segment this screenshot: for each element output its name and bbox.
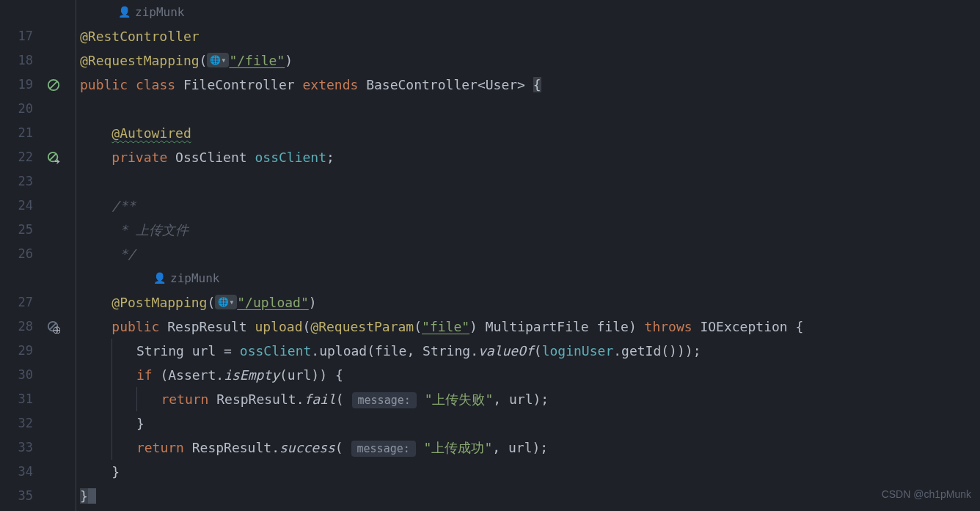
line-number[interactable]: 33 xyxy=(0,435,33,460)
annotation: @RequestMapping xyxy=(80,53,200,68)
author-inlay[interactable]: 👤zipMunk xyxy=(153,266,219,290)
person-icon: 👤 xyxy=(118,0,131,24)
svg-line-1 xyxy=(50,81,58,89)
code-line[interactable]: @PostMapping(🌐▾"/upload") xyxy=(80,290,980,315)
code-line[interactable]: @Autowired xyxy=(80,121,980,145)
comment: */ xyxy=(111,246,136,262)
line-number[interactable]: 31 xyxy=(0,387,33,411)
string-literal: "/file" xyxy=(229,53,285,68)
author-name: zipMunk xyxy=(170,266,219,290)
watermark: CSDN @ch1pMunk xyxy=(882,482,971,507)
line-number[interactable]: 32 xyxy=(0,411,33,435)
param-hint: message: xyxy=(351,441,416,457)
line-number[interactable]: 22 xyxy=(0,145,33,169)
line-number[interactable]: 23 xyxy=(0,169,33,194)
code-line[interactable]: @RestController xyxy=(80,24,980,48)
code-line[interactable]: * 上传文件 xyxy=(80,218,980,242)
code-line[interactable]: @RequestMapping(🌐▾"/file") xyxy=(80,48,980,73)
line-number[interactable]: 27 xyxy=(0,290,33,315)
line-number[interactable]: 20 xyxy=(0,97,33,121)
code-line[interactable]: /** xyxy=(80,194,980,218)
line-number[interactable]: 17 xyxy=(0,24,33,48)
text-cursor xyxy=(88,488,96,504)
code-line[interactable] xyxy=(80,97,980,121)
inspection-icon[interactable] xyxy=(33,78,74,92)
code-line[interactable]: String url = ossClient.upload(file, Stri… xyxy=(80,339,980,363)
gutter: 17 18 19 20 21 22 23 24 25 26 27 28 29 3… xyxy=(0,0,76,511)
line-number[interactable]: 35 xyxy=(0,484,33,508)
code-area[interactable]: 👤zipMunk @RestController @RequestMapping… xyxy=(76,0,980,511)
svg-line-3 xyxy=(50,153,56,160)
line-number[interactable]: 26 xyxy=(0,242,33,266)
globe-dropdown-icon[interactable]: 🌐▾ xyxy=(215,295,237,309)
matched-brace: } xyxy=(80,488,88,504)
annotation: @Autowired xyxy=(111,125,191,141)
inspection-arrow-icon[interactable] xyxy=(33,151,74,164)
code-line[interactable]: return RespResult.fail( message: "上传失败",… xyxy=(80,387,980,411)
line-number[interactable]: 25 xyxy=(0,218,33,242)
code-line[interactable]: } xyxy=(80,460,980,484)
person-icon: 👤 xyxy=(153,266,166,290)
comment: * 上传文件 xyxy=(111,222,189,238)
author-inlay[interactable]: 👤zipMunk xyxy=(118,0,184,24)
code-line[interactable]: } xyxy=(80,411,980,435)
comment: /** xyxy=(111,198,136,213)
code-line[interactable]: } xyxy=(80,484,980,508)
matched-brace: { xyxy=(533,77,541,92)
annotation: @RestController xyxy=(80,29,200,44)
string-literal: "/upload" xyxy=(237,295,309,310)
annotation: @PostMapping xyxy=(111,295,207,310)
line-number[interactable]: 30 xyxy=(0,363,33,387)
globe-dropdown-icon[interactable]: 🌐▾ xyxy=(207,53,229,67)
code-line[interactable]: public RespResult upload(@RequestParam("… xyxy=(80,315,980,339)
line-number[interactable]: 29 xyxy=(0,339,33,363)
line-number[interactable]: 24 xyxy=(0,194,33,218)
code-line[interactable]: if (Assert.isEmpty(url)) { xyxy=(80,363,980,387)
line-number[interactable]: 18 xyxy=(0,48,33,73)
web-endpoint-icon[interactable] xyxy=(33,320,74,334)
code-line[interactable]: return RespResult.success( message: "上传成… xyxy=(80,435,980,460)
code-line[interactable] xyxy=(80,169,980,194)
code-editor: 17 18 19 20 21 22 23 24 25 26 27 28 29 3… xyxy=(0,0,980,511)
line-number[interactable]: 28 xyxy=(0,315,33,339)
code-line[interactable]: private OssClient ossClient; xyxy=(80,145,980,169)
line-number[interactable]: 34 xyxy=(0,460,33,484)
line-number[interactable]: 21 xyxy=(0,121,33,145)
param-hint: message: xyxy=(352,392,417,408)
code-line[interactable]: */ xyxy=(80,242,980,266)
author-name: zipMunk xyxy=(135,0,184,24)
line-number[interactable]: 19 xyxy=(0,73,33,97)
code-line[interactable]: public class FileController extends Base… xyxy=(80,73,980,97)
